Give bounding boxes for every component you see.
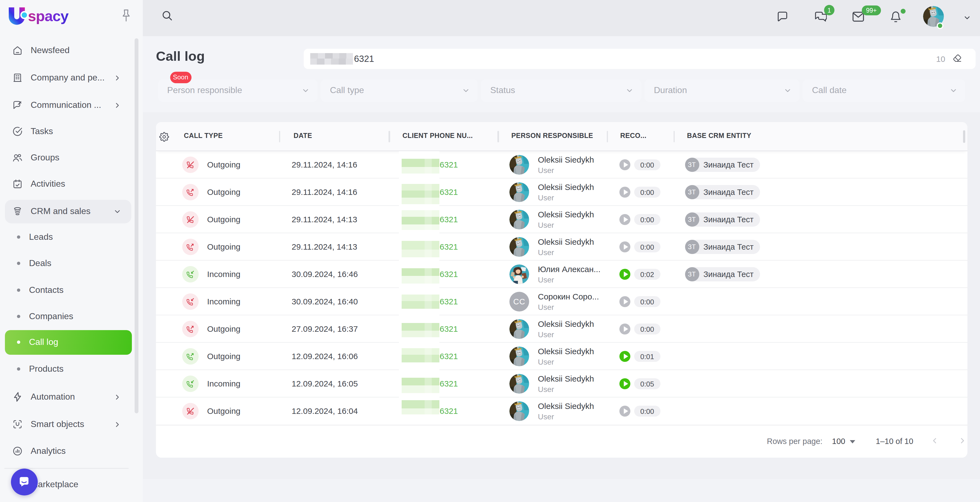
svg-text:spacy: spacy (28, 8, 69, 24)
